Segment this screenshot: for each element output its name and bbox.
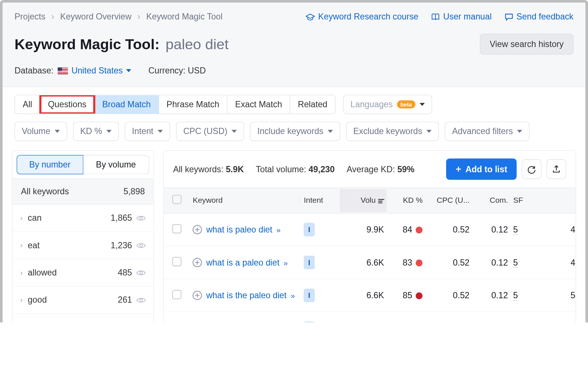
- eye-icon[interactable]: [136, 269, 146, 276]
- chevron-right-icon: ›: [20, 241, 23, 250]
- cell-volume: 6.6K: [340, 291, 387, 300]
- add-keyword-icon[interactable]: [193, 258, 202, 267]
- svg-point-3: [140, 299, 142, 301]
- col-com[interactable]: Com.: [472, 196, 511, 205]
- cell-com: 0.12: [472, 225, 511, 235]
- flag-us-icon: [58, 67, 68, 74]
- tab-questions[interactable]: Questions: [40, 95, 95, 113]
- filter-volume[interactable]: Volume: [15, 122, 67, 141]
- chevron-down-icon: [232, 130, 237, 133]
- row-checkbox[interactable]: [172, 290, 182, 299]
- refresh-button[interactable]: [522, 159, 541, 179]
- cell-sf: 5: [511, 225, 541, 235]
- stat-total-volume: Total volume: 49,230: [256, 164, 335, 174]
- cell-sf: 5: [511, 258, 541, 268]
- sort-desc-icon: [378, 198, 384, 203]
- eye-icon[interactable]: [136, 214, 146, 221]
- select-all-checkbox[interactable]: [172, 195, 182, 204]
- database-select[interactable]: United States: [58, 66, 131, 76]
- send-feedback-link[interactable]: Send feedback: [505, 12, 574, 22]
- col-sf[interactable]: SF: [511, 196, 541, 205]
- sidebar-item-label: can: [28, 213, 42, 223]
- sidebar-item-good[interactable]: › good 261: [12, 286, 154, 314]
- sidebar-item-ok[interactable]: › ok 226: [12, 314, 154, 322]
- filter-cpc-usd-[interactable]: CPC (USD): [176, 122, 244, 141]
- graduation-cap-icon: [305, 13, 315, 21]
- keyword-research-course-link[interactable]: Keyword Research course: [305, 12, 419, 22]
- tab-phrase-match[interactable]: Phrase Match: [159, 95, 227, 113]
- sidebar-item-label: eat: [28, 241, 40, 250]
- row-checkbox[interactable]: [172, 224, 182, 234]
- intent-badge: I: [304, 256, 315, 270]
- crumb-keyword-magic-tool[interactable]: Keyword Magic Tool: [146, 12, 223, 22]
- sidebar-item-eat[interactable]: › eat 1,236: [12, 232, 154, 259]
- col-volume[interactable]: Volu: [340, 189, 387, 212]
- intent-badge: I: [304, 223, 315, 237]
- cell-volume: 6.6K: [340, 258, 387, 268]
- keyword-link[interactable]: what is a paleo diet »: [207, 257, 287, 268]
- crumb-keyword-overview[interactable]: Keyword Overview: [60, 12, 132, 22]
- filter-include-keywords[interactable]: Include keywords: [250, 122, 340, 141]
- col-cpc[interactable]: CPC (U...: [425, 196, 472, 205]
- table-row: what is the paleo diet » I 6.6K 85 0.52 …: [164, 279, 576, 312]
- sidebar-item-allowed[interactable]: › allowed 485: [12, 259, 154, 286]
- col-kd[interactable]: KD %: [387, 196, 425, 205]
- filter-intent[interactable]: Intent: [125, 122, 170, 141]
- sidebar-item-label: allowed: [28, 268, 57, 278]
- tab-exact-match[interactable]: Exact Match: [227, 95, 290, 113]
- chevron-right-icon: ›: [51, 12, 54, 22]
- kd-difficulty-dot: [416, 293, 423, 300]
- add-to-list-button[interactable]: + Add to list: [446, 158, 516, 180]
- chevron-down-icon: [158, 130, 163, 133]
- cell-results: 47.5M: [571, 225, 576, 235]
- col-results[interactable]: Results: [541, 196, 576, 205]
- export-icon: [552, 165, 561, 174]
- filter-exclude-keywords[interactable]: Exclude keywords: [346, 122, 439, 141]
- sidebar-item-can[interactable]: › can 1,865: [12, 205, 154, 232]
- add-keyword-icon[interactable]: [193, 225, 202, 234]
- cell-kd: 83: [387, 258, 425, 268]
- row-checkbox[interactable]: [172, 257, 182, 266]
- tab-broad-match[interactable]: Broad Match: [94, 95, 159, 113]
- double-chevron-icon: »: [284, 259, 287, 267]
- chevron-right-icon: ›: [20, 296, 23, 304]
- intent-badge: I: [304, 289, 315, 302]
- sidebar-tab-by-volume[interactable]: By volume: [83, 155, 149, 174]
- filter-kd-[interactable]: KD %: [73, 122, 119, 141]
- chevron-down-icon: [328, 130, 333, 133]
- sidebar-tab-by-number[interactable]: By number: [17, 155, 83, 174]
- sidebar-item-count: 485: [118, 268, 132, 278]
- stat-all-keywords: All keywords: 5.9K: [173, 164, 244, 174]
- eye-icon[interactable]: [136, 242, 146, 249]
- keyword-link[interactable]: what is paleo diet »: [207, 224, 280, 235]
- col-keyword[interactable]: Keyword: [190, 196, 301, 205]
- crumb-projects[interactable]: Projects: [15, 12, 46, 22]
- svg-point-0: [140, 217, 142, 219]
- page-title: Keyword Magic Tool: paleo diet: [15, 36, 229, 53]
- cell-cpc: 0.52: [425, 258, 472, 268]
- sidebar-item-label: good: [28, 295, 47, 305]
- stat-average-kd: Average KD: 59%: [347, 164, 414, 174]
- cell-sf: 5: [511, 291, 541, 300]
- cell-cpc: 0.52: [425, 291, 472, 300]
- cell-kd: 84: [387, 225, 425, 235]
- tab-related[interactable]: Related: [290, 95, 335, 113]
- eye-icon[interactable]: [136, 297, 146, 304]
- sidebar-head-count: 5,898: [123, 187, 145, 196]
- view-search-history-button[interactable]: View search history: [480, 34, 574, 55]
- tab-all[interactable]: All: [15, 95, 40, 113]
- user-manual-link[interactable]: User manual: [431, 12, 491, 22]
- export-button[interactable]: [546, 159, 566, 179]
- intent-badge: I: [304, 322, 315, 322]
- keyword-link[interactable]: what is the paleo diet »: [207, 290, 294, 301]
- chevron-right-icon: ›: [20, 213, 23, 222]
- sidebar-head-label: All keywords: [21, 187, 69, 196]
- match-tabs: All Questions Broad Match Phrase Match E…: [15, 95, 336, 114]
- add-keyword-icon[interactable]: [193, 291, 202, 300]
- filter-advanced-filters[interactable]: Advanced filters: [445, 122, 530, 141]
- col-intent[interactable]: Intent: [301, 196, 340, 205]
- table-row: what is a paleo diet » I 6.6K 83 0.52 0.…: [164, 246, 576, 280]
- languages-select[interactable]: Languages beta: [343, 95, 432, 114]
- currency-label: Currency: USD: [148, 66, 206, 76]
- cell-kd: 85: [387, 291, 425, 300]
